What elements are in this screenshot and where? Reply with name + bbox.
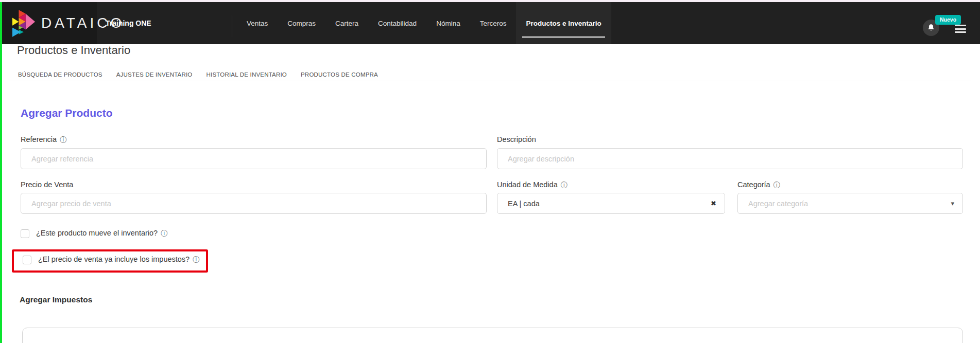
clear-icon[interactable]: ✖ (711, 200, 716, 207)
hamburger-icon (955, 25, 966, 26)
tab-busqueda-de-productos[interactable]: BÚSQUEDA DE PRODUCTOS (18, 71, 102, 78)
impuestos-section-heading: Agregar Impuestos (20, 295, 92, 304)
organization-name[interactable]: Training ONE (106, 2, 151, 44)
categoria-label: Categoríaⓘ (737, 180, 780, 190)
mueve-inventario-checkbox[interactable] (21, 229, 29, 238)
mueve-inventario-row: ¿Este producto mueve el inventario?ⓘ (21, 229, 168, 238)
header-divider (232, 15, 232, 37)
descripcion-input[interactable] (497, 148, 963, 169)
form-heading: Agregar Producto (21, 107, 113, 119)
nuevo-badge: Nuevo (935, 15, 961, 25)
info-icon[interactable]: ⓘ (561, 180, 568, 190)
unidad-medida-label: Unidad de Medidaⓘ (497, 180, 568, 190)
incluye-impuestos-label: ¿El precio de venta ya incluye los impue… (38, 255, 200, 264)
main-nav: Ventas Compras Cartera Contabilidad Nómi… (237, 2, 611, 44)
nav-item-cartera[interactable]: Cartera (325, 2, 368, 44)
header-rule (9, 81, 971, 81)
info-icon[interactable]: ⓘ (773, 180, 781, 190)
precio-venta-label: Precio de Venta (21, 180, 73, 189)
unidad-medida-select[interactable]: EA | cada ✖ (497, 193, 725, 214)
tab-historial-de-inventario[interactable]: HISTORIAL DE INVENTARIO (207, 71, 287, 78)
info-icon[interactable]: ⓘ (161, 229, 168, 238)
page-title: Productos e Inventario (17, 44, 130, 57)
nav-item-compras[interactable]: Compras (278, 2, 325, 44)
left-frame-edge (0, 2, 2, 343)
mueve-inventario-label: ¿Este producto mueve el inventario?ⓘ (36, 229, 168, 238)
descripcion-label: Descripción (497, 135, 536, 143)
tab-productos-de-compra[interactable]: PRODUCTOS DE COMPRA (301, 71, 378, 78)
incluye-impuestos-checkbox[interactable] (23, 256, 31, 264)
unidad-medida-value: EA | cada (508, 200, 711, 208)
nav-item-terceros[interactable]: Terceros (470, 2, 517, 44)
nav-item-nomina[interactable]: Nómina (426, 2, 470, 44)
referencia-input[interactable] (21, 148, 487, 169)
nav-item-contabilidad[interactable]: Contabilidad (368, 2, 426, 44)
categoria-placeholder: Agregar categoría (748, 200, 951, 208)
impuestos-panel (22, 328, 963, 343)
chevron-down-icon[interactable]: ▾ (951, 200, 954, 207)
info-icon[interactable]: ⓘ (60, 135, 67, 145)
subtabs: BÚSQUEDA DE PRODUCTOS AJUSTES DE INVENTA… (18, 71, 378, 78)
referencia-label: Referenciaⓘ (21, 135, 67, 145)
categoria-select[interactable]: Agregar categoría ▾ (737, 193, 963, 214)
top-navbar: DATAICO Training ONE Ventas Compras Cart… (0, 2, 980, 44)
dataico-logo-icon[interactable] (12, 9, 36, 37)
bell-icon (926, 23, 936, 32)
tab-ajustes-de-inventario[interactable]: AJUSTES DE INVENTARIO (116, 71, 193, 78)
menu-button[interactable] (955, 25, 966, 33)
nav-item-ventas[interactable]: Ventas (237, 2, 278, 44)
info-icon[interactable]: ⓘ (193, 255, 200, 264)
nav-item-productos-inventario[interactable]: Productos e Inventario (516, 2, 611, 44)
top-frame-band (0, 0, 980, 2)
precio-venta-input[interactable] (21, 193, 487, 214)
app-root: DATAICO Training ONE Ventas Compras Cart… (0, 0, 980, 343)
incluye-impuestos-row: ¿El precio de venta ya incluye los impue… (23, 255, 200, 264)
